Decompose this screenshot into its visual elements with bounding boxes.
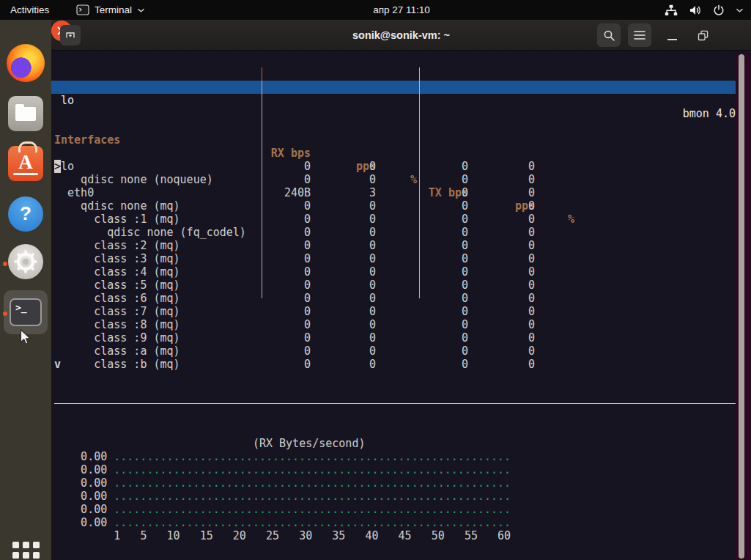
stat-value: 0 [402,199,468,213]
stat-value: 0 [402,252,468,265]
bmon-selected-interface: lo [61,94,74,107]
stat-value: 3 [310,186,376,199]
bmon-table-row: class :2 (mq)0000 [51,239,739,252]
graph-dots: ........................................… [114,463,511,476]
stat-value: 0 [469,239,535,252]
help-icon: ? [8,202,43,225]
terminal-icon: >_ [10,298,42,326]
interface-label: class :b (mq) [94,358,180,371]
graph-y-label: 0.00 [54,476,107,490]
stat-value: 0 [469,331,535,345]
stat-value: 0 [310,305,376,318]
column-separator [419,67,420,298]
bmon-table-row: class :5 (mq)0000 [51,279,739,292]
tray-chevron-icon [736,7,744,13]
mouse-cursor [20,329,32,345]
selected-marker: > [54,160,61,173]
dock-item-files[interactable] [8,96,43,131]
interface-label: lo [61,160,74,173]
graph-line: 0.00....................................… [51,516,739,529]
system-tray[interactable] [665,0,744,20]
stat-value: 0 [469,252,535,265]
interface-label: class :2 (mq) [94,239,180,252]
stat-value: 0 [402,173,468,186]
clock[interactable]: апр 27 11:10 [373,0,430,20]
bmon-table-header: Interfaces RX bps pps % TX bps pps % [51,120,739,133]
stat-value: 0 [469,265,535,279]
dock: A ? >_ [0,20,51,560]
stat-value: 0 [245,226,311,239]
stat-value: 0 [310,345,376,358]
bmon-table-row: class :a (mq)0000 [51,345,739,358]
maximize-button[interactable] [692,24,714,46]
stat-value: 0 [402,318,468,331]
bmon-table-row: class :3 (mq)0000 [51,252,739,265]
graph-dots: ........................................… [114,490,511,503]
stat-value: 0 [310,252,376,265]
column-separator [262,81,262,298]
chevron-down-icon [137,7,145,13]
interface-label: qdisc none (fq_codel) [107,226,246,239]
stat-value: 0 [310,318,376,331]
stat-value: 0 [402,292,468,305]
app-menu[interactable]: Terminal [76,0,145,20]
titlebar[interactable]: sonik@sonik-vm: ~ [51,21,751,51]
bmon-table-row: qdisc none (mq)0000 [51,199,739,213]
stat-value: 0 [245,265,311,279]
top-bar: Activities Terminal апр 27 11:10 [0,0,751,20]
graph-dots: ........................................… [114,476,511,490]
rx-graph: (RX Bytes/second)0.00...................… [51,437,739,542]
bmon-rows: >lo0000qdisc none (noqueue)0000eth0240B3… [51,160,739,371]
volume-icon [689,4,702,16]
stat-value: 0 [402,239,468,252]
stat-value: 0 [245,331,311,345]
menu-button[interactable] [628,23,651,47]
header-rx-bps: RX bps [245,147,311,160]
graph-y-label: 0.00 [54,490,107,503]
stat-value: 0 [310,173,376,186]
minimize-button[interactable] [661,24,683,46]
interface-label: class :5 (mq) [94,279,180,292]
scrollbar-thumb[interactable] [739,54,744,559]
stat-value: 0 [310,279,376,292]
stat-value: 240B [245,186,311,199]
stat-value: 0 [402,160,468,173]
minimize-icon [667,39,677,40]
graph-x-axis: 1 5 10 15 20 25 30 35 40 45 50 55 60 [51,529,739,542]
stat-value: 0 [310,358,376,371]
stat-value: 0 [310,331,376,345]
graph-dots: ........................................… [114,503,511,516]
search-icon [603,29,615,42]
stat-value: 0 [402,279,468,292]
activities-button[interactable]: Activities [10,0,49,20]
stat-value: 0 [245,318,311,331]
interface-label: eth0 [67,186,94,199]
interface-label: class :6 (mq) [94,292,180,305]
bmon-table-row: >lo0000 [51,160,739,173]
stat-value: 0 [310,213,376,226]
stat-value: 0 [469,279,535,292]
stat-value: 0 [310,160,376,173]
settings-gear-icon [13,249,38,274]
interface-label: qdisc none (noqueue) [81,173,213,186]
interface-label: class :8 (mq) [94,318,180,331]
stat-value: 0 [402,226,468,239]
running-indicator-dot [3,312,7,316]
bmon-version: bmon 4.0 [683,107,736,120]
graph-y-label: 0.00 [54,503,107,516]
stat-value: 0 [469,305,535,318]
interface-label: class :a (mq) [94,345,180,358]
column-separator [262,67,262,81]
dock-item-ubuntu-software[interactable]: A [8,146,43,181]
search-button[interactable] [597,23,621,47]
app-grid-button[interactable] [12,542,39,560]
terminal-screen[interactable]: lo bmon 4.0 Interfaces RX bps pps % TX b… [51,54,739,556]
stat-value: 0 [245,199,311,213]
dock-item-help[interactable]: ? [8,196,43,232]
dock-item-settings[interactable] [8,244,43,279]
dock-item-firefox[interactable] [7,44,45,82]
bmon-table-row: class :7 (mq)0000 [51,305,739,318]
dock-item-terminal[interactable]: >_ [4,290,48,334]
bmon-table-row: qdisc none (noqueue)0000 [51,173,739,186]
stat-value: 0 [245,305,311,318]
